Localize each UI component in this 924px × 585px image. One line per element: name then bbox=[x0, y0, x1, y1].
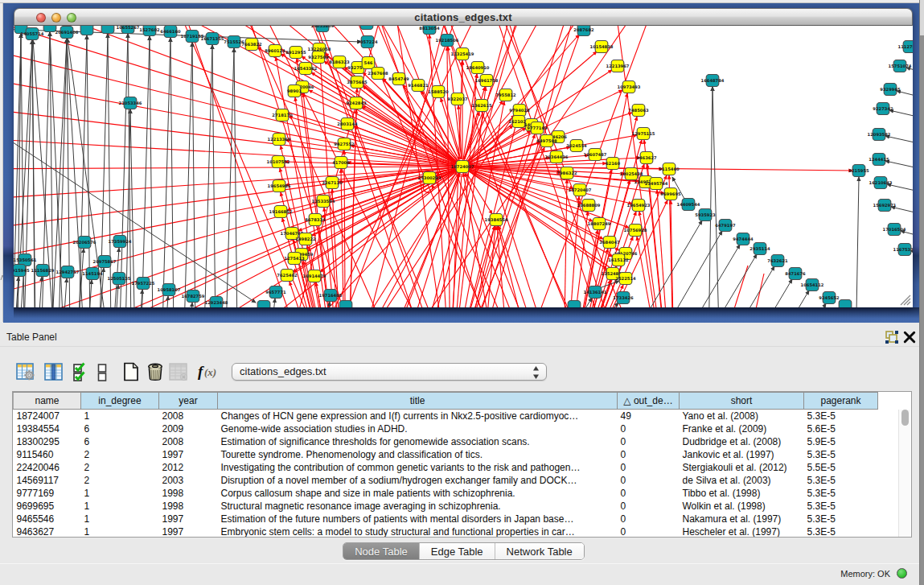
edge[interactable] bbox=[113, 34, 128, 307]
edge[interactable] bbox=[885, 161, 913, 180]
cell-short[interactable]: Stergiakouli et al. (2012) bbox=[680, 461, 804, 474]
cell-year[interactable]: 2008 bbox=[159, 410, 218, 422]
cell-pagerank[interactable]: 5.3E-5 bbox=[804, 513, 878, 525]
edge[interactable] bbox=[667, 245, 740, 307]
function-builder-icon[interactable]: f(x) bbox=[197, 362, 221, 381]
cell-pagerank[interactable]: 5.3E-5 bbox=[804, 500, 878, 513]
window-resize-grip[interactable] bbox=[898, 293, 911, 306]
cell-short[interactable]: Nakamura et al. (1997) bbox=[680, 513, 804, 525]
cell-in-degree[interactable]: 2 bbox=[81, 461, 159, 474]
cell-short[interactable]: Tibbo et al. (1998) bbox=[680, 487, 804, 500]
cell-year[interactable]: 2008 bbox=[159, 435, 218, 448]
float-panel-icon[interactable] bbox=[885, 331, 898, 344]
cell-short[interactable]: Dudbridge et al. (2008) bbox=[680, 435, 804, 448]
new-column-icon[interactable] bbox=[121, 362, 141, 381]
edge[interactable] bbox=[684, 254, 757, 307]
column-header-in-degree[interactable]: in_degree bbox=[81, 393, 159, 410]
node-teal[interactable] bbox=[568, 301, 581, 308]
edge[interactable] bbox=[706, 87, 713, 307]
table-row[interactable]: 1938455462009Genome-wide association stu… bbox=[14, 422, 878, 435]
cell-in-degree[interactable]: 2 bbox=[81, 474, 159, 487]
cell-out-de-[interactable]: 0 bbox=[618, 422, 680, 435]
node-teal[interactable] bbox=[101, 26, 114, 34]
cell-name[interactable]: 9115460 bbox=[14, 448, 81, 461]
cell-name[interactable]: 14569117 bbox=[14, 474, 81, 487]
cell-name[interactable]: 18300295 bbox=[14, 435, 81, 448]
table-row[interactable]: 1830029562008Estimation of significance … bbox=[14, 435, 878, 448]
edge[interactable] bbox=[637, 237, 676, 307]
cell-out-de-[interactable]: 0 bbox=[618, 500, 680, 513]
cell-title[interactable]: Tourette syndrome. Phenomenology and cla… bbox=[218, 448, 618, 461]
edge[interactable] bbox=[83, 280, 92, 307]
cell-year[interactable]: 2009 bbox=[159, 422, 218, 435]
select-column-icon[interactable] bbox=[44, 362, 64, 381]
cell-short[interactable]: Wolkin et al. (1998) bbox=[680, 500, 804, 513]
edge[interactable] bbox=[135, 36, 150, 307]
scrollbar-thumb[interactable] bbox=[901, 410, 909, 426]
cell-name[interactable]: 9699695 bbox=[14, 500, 81, 513]
cell-name[interactable]: 9463627 bbox=[14, 525, 81, 538]
cell-pagerank[interactable]: 5.3E-5 bbox=[804, 474, 878, 487]
cell-out-de-[interactable]: 0 bbox=[618, 525, 680, 538]
cell-year[interactable]: 2012 bbox=[159, 461, 218, 474]
table-row[interactable]: 1872400712008Changes of HCN gene express… bbox=[14, 410, 878, 422]
cell-title[interactable]: Structural magnetic resonance image aver… bbox=[218, 500, 618, 513]
cell-pagerank[interactable]: 5.5E-5 bbox=[804, 461, 878, 474]
column-header-pagerank[interactable]: pagerank bbox=[804, 393, 878, 410]
tab-network-table[interactable]: Network Table bbox=[495, 543, 584, 559]
cell-name[interactable]: 9465546 bbox=[14, 513, 81, 525]
node-teal[interactable] bbox=[257, 301, 270, 308]
cell-out-de-[interactable]: 0 bbox=[618, 448, 680, 461]
cell-pagerank[interactable]: 5.3E-5 bbox=[804, 487, 878, 500]
cell-out-de-[interactable]: 49 bbox=[618, 410, 680, 422]
cell-title[interactable]: Corpus callosum shape and size in male p… bbox=[218, 487, 618, 500]
edge[interactable] bbox=[906, 68, 913, 87]
cell-title[interactable]: Disruption of a novel member of a sodium… bbox=[218, 474, 618, 487]
table-row[interactable]: 911546021997Tourette syndrome. Phenomeno… bbox=[14, 448, 878, 461]
column-settings-icon[interactable] bbox=[16, 362, 35, 381]
table-combo-box[interactable]: citations_edges.txt bbox=[232, 363, 547, 381]
column-header-name[interactable]: name bbox=[14, 393, 81, 410]
edge[interactable] bbox=[14, 167, 455, 169]
column-header-year[interactable]: year bbox=[159, 393, 218, 410]
cell-pagerank[interactable]: 5.6E-5 bbox=[804, 422, 878, 435]
cell-year[interactable]: 2003 bbox=[159, 474, 218, 487]
node-teal[interactable] bbox=[839, 300, 852, 308]
network-canvas[interactable]: 1405571420691406106552671527602646616010… bbox=[14, 26, 913, 307]
edge[interactable] bbox=[170, 38, 176, 307]
edge[interactable] bbox=[713, 87, 723, 307]
cell-short[interactable]: Yano et al. (2008) bbox=[680, 410, 804, 422]
edge[interactable] bbox=[156, 38, 170, 307]
edge[interactable] bbox=[76, 170, 456, 307]
edge[interactable] bbox=[911, 251, 913, 270]
cell-name[interactable]: 19384554 bbox=[14, 422, 81, 435]
cell-pagerank[interactable]: 5.3E-5 bbox=[804, 448, 878, 461]
column-header-out-de-[interactable]: △ out_de… bbox=[618, 393, 680, 410]
cell-short[interactable]: de Silva et al. (2003) bbox=[680, 474, 804, 487]
cell-title[interactable]: Genome-wide association studies in ADHD. bbox=[218, 422, 618, 435]
cell-out-de-[interactable]: 0 bbox=[618, 461, 680, 474]
edge[interactable] bbox=[161, 26, 354, 307]
delete-column-icon[interactable] bbox=[146, 362, 165, 381]
column-header-short[interactable]: short bbox=[680, 393, 804, 410]
cell-in-degree[interactable]: 6 bbox=[81, 435, 159, 448]
cell-in-degree[interactable]: 1 bbox=[81, 500, 159, 513]
tab-node-table[interactable]: Node Table bbox=[343, 543, 420, 559]
edge[interactable] bbox=[753, 303, 826, 307]
cell-name[interactable]: 18724007 bbox=[14, 410, 81, 422]
window-titlebar[interactable]: citations_edges.txt bbox=[14, 8, 913, 26]
edge[interactable] bbox=[889, 110, 913, 130]
edge[interactable] bbox=[150, 36, 155, 307]
minimize-traffic-light[interactable] bbox=[51, 13, 61, 23]
table-row[interactable]: 946362711997Embryonic stem cells: a mode… bbox=[14, 525, 878, 538]
cell-title[interactable]: Changes of HCN gene expression and I(f) … bbox=[218, 410, 618, 422]
edge[interactable] bbox=[633, 220, 702, 307]
edge[interactable] bbox=[320, 171, 457, 272]
node-teal[interactable] bbox=[80, 26, 93, 35]
cell-title[interactable]: Investigating the contribution of common… bbox=[218, 461, 618, 474]
delete-table-icon[interactable] bbox=[169, 362, 188, 381]
cell-in-degree[interactable]: 2 bbox=[81, 448, 159, 461]
cell-short[interactable]: Franke et al. (2009) bbox=[680, 422, 804, 435]
node-teal[interactable] bbox=[43, 26, 56, 32]
cell-pagerank[interactable]: 5.9E-5 bbox=[804, 435, 878, 448]
